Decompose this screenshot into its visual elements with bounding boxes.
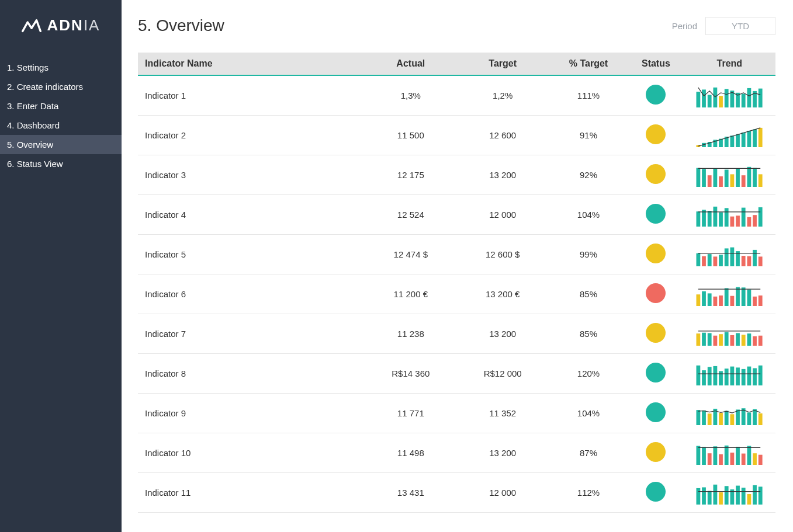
svg-rect-28 bbox=[719, 176, 723, 187]
cell-name: Indicator 2 bbox=[138, 115, 365, 155]
page-title: 5. Overview bbox=[138, 16, 224, 35]
cell-status bbox=[628, 115, 683, 155]
brand-logo: ADNIA bbox=[0, 11, 122, 58]
period-label: Period bbox=[672, 21, 697, 31]
sidebar-item[interactable]: 5. Overview bbox=[0, 135, 122, 154]
svg-rect-26 bbox=[708, 175, 712, 187]
svg-rect-127 bbox=[736, 486, 740, 505]
trend-sparkline-icon bbox=[694, 202, 764, 227]
cell-trend bbox=[684, 115, 775, 155]
cell-status bbox=[628, 194, 683, 234]
svg-rect-63 bbox=[714, 297, 718, 306]
svg-rect-3 bbox=[714, 88, 718, 107]
cell-target: 13 200 bbox=[456, 433, 548, 472]
cell-status bbox=[628, 75, 683, 115]
svg-rect-86 bbox=[708, 367, 712, 385]
svg-rect-38 bbox=[708, 211, 712, 227]
sidebar-item[interactable]: 2. Create indicators bbox=[0, 77, 122, 96]
svg-rect-105 bbox=[747, 412, 752, 425]
svg-rect-100 bbox=[719, 413, 723, 425]
trend-sparkline-icon bbox=[694, 83, 764, 107]
trend-sparkline-icon bbox=[694, 162, 764, 187]
svg-rect-71 bbox=[759, 295, 763, 306]
svg-rect-123 bbox=[714, 485, 718, 505]
svg-rect-83 bbox=[759, 336, 763, 346]
cell-trend bbox=[684, 234, 775, 274]
cell-actual: 1,3% bbox=[365, 75, 456, 115]
table-row: Indicator 211 50012 60091% bbox=[138, 115, 775, 155]
status-dot-icon bbox=[646, 482, 666, 502]
cell-pct: 104% bbox=[549, 393, 628, 433]
svg-rect-24 bbox=[697, 168, 701, 187]
svg-rect-59 bbox=[759, 256, 763, 266]
sidebar: ADNIA 1. Settings2. Create indicators3. … bbox=[0, 0, 122, 532]
cell-actual: 12 524 bbox=[365, 194, 456, 234]
svg-rect-57 bbox=[747, 256, 752, 266]
sidebar-item[interactable]: 6. Status View bbox=[0, 154, 122, 173]
svg-rect-52 bbox=[719, 255, 723, 266]
cell-actual: R$14 360 bbox=[365, 353, 456, 393]
svg-rect-112 bbox=[719, 454, 723, 465]
svg-rect-118 bbox=[753, 453, 757, 465]
svg-rect-94 bbox=[753, 368, 757, 386]
table-row: Indicator 312 17513 20092% bbox=[138, 155, 775, 194]
status-dot-icon bbox=[646, 283, 666, 303]
svg-rect-103 bbox=[736, 409, 740, 425]
svg-rect-8 bbox=[742, 94, 746, 107]
svg-rect-131 bbox=[759, 486, 763, 505]
table-row: Indicator 512 474 $12 600 $99% bbox=[138, 234, 775, 274]
svg-rect-25 bbox=[702, 169, 706, 187]
period-value-dropdown[interactable]: YTD bbox=[705, 17, 775, 35]
cell-name: Indicator 11 bbox=[138, 472, 365, 512]
svg-rect-80 bbox=[742, 335, 746, 346]
cell-actual: 11 498 bbox=[365, 433, 456, 472]
svg-rect-77 bbox=[725, 332, 729, 346]
trend-sparkline-icon bbox=[694, 281, 764, 306]
svg-rect-11 bbox=[759, 89, 763, 107]
cell-name: Indicator 5 bbox=[138, 234, 365, 274]
cell-status bbox=[628, 433, 683, 472]
svg-rect-31 bbox=[736, 169, 740, 187]
trend-sparkline-icon bbox=[694, 480, 764, 505]
brand-name: ADNIA bbox=[47, 16, 101, 34]
svg-rect-41 bbox=[725, 208, 729, 227]
svg-rect-115 bbox=[736, 447, 740, 465]
svg-rect-4 bbox=[719, 96, 723, 107]
svg-rect-22 bbox=[753, 129, 757, 147]
cell-target: 12 600 $ bbox=[456, 234, 548, 274]
svg-rect-78 bbox=[730, 335, 735, 346]
cell-status bbox=[628, 353, 683, 393]
svg-rect-1 bbox=[702, 90, 706, 108]
svg-rect-95 bbox=[759, 366, 763, 385]
svg-rect-120 bbox=[697, 488, 701, 505]
cell-status bbox=[628, 234, 683, 274]
cell-actual: 11 200 € bbox=[365, 274, 456, 314]
svg-rect-39 bbox=[714, 207, 718, 227]
svg-rect-34 bbox=[753, 168, 757, 187]
sidebar-item[interactable]: 3. Enter Data bbox=[0, 96, 122, 116]
logo-mark-icon bbox=[22, 18, 41, 33]
svg-rect-116 bbox=[742, 454, 746, 465]
table-row: Indicator 1011 49813 20087% bbox=[138, 433, 775, 472]
cell-name: Indicator 9 bbox=[138, 393, 365, 433]
status-dot-icon bbox=[646, 323, 666, 343]
svg-rect-67 bbox=[736, 287, 740, 306]
table-row: Indicator 911 77111 352104% bbox=[138, 393, 775, 433]
col-header-name: Indicator Name bbox=[138, 53, 365, 75]
svg-rect-47 bbox=[759, 207, 763, 227]
cell-trend bbox=[684, 433, 775, 472]
svg-rect-98 bbox=[708, 413, 712, 425]
sidebar-item[interactable]: 1. Settings bbox=[0, 58, 122, 77]
status-dot-icon bbox=[646, 164, 666, 184]
svg-rect-109 bbox=[702, 447, 706, 465]
cell-name: Indicator 1 bbox=[138, 75, 365, 115]
col-header-actual: Actual bbox=[365, 53, 456, 75]
cell-pct: 85% bbox=[549, 274, 628, 314]
svg-rect-2 bbox=[708, 95, 712, 108]
svg-rect-106 bbox=[753, 409, 757, 425]
trend-sparkline-icon bbox=[694, 123, 764, 147]
sidebar-item[interactable]: 4. Dashboard bbox=[0, 116, 122, 135]
cell-status bbox=[628, 472, 683, 512]
trend-sparkline-icon bbox=[694, 440, 764, 465]
svg-rect-36 bbox=[697, 211, 701, 227]
